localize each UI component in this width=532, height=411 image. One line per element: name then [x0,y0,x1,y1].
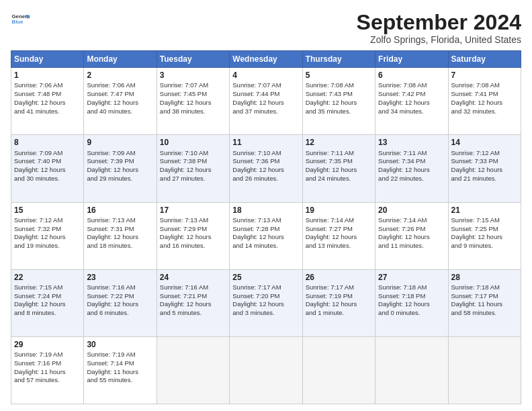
day-info: Sunrise: 7:13 AM [232,216,299,225]
day-info: Sunset: 7:22 PM [87,292,153,301]
day-number: 13 [378,137,445,148]
day-info: Daylight: 12 hours [306,166,372,175]
day-info: Daylight: 12 hours [14,300,81,309]
day-info: and 26 minutes. [232,175,299,183]
day-number: 16 [87,205,153,216]
day-info: Daylight: 12 hours [378,233,445,242]
day-info: Sunset: 7:27 PM [306,225,372,234]
day-info: and 21 minutes. [451,175,518,183]
table-row: 6Sunrise: 7:08 AMSunset: 7:42 PMDaylight… [375,68,448,135]
day-info: Daylight: 12 hours [87,233,153,242]
day-number: 29 [14,339,81,350]
table-row: 12Sunrise: 7:11 AMSunset: 7:35 PMDayligh… [302,135,375,202]
day-info: Sunset: 7:47 PM [87,90,153,99]
day-info: Daylight: 12 hours [378,166,445,175]
table-row: 15Sunrise: 7:12 AMSunset: 7:32 PMDayligh… [11,202,84,269]
day-info: Sunrise: 7:06 AM [14,81,81,90]
day-number: 7 [451,70,518,81]
header-monday: Monday [84,51,157,68]
table-row: 16Sunrise: 7:13 AMSunset: 7:31 PMDayligh… [84,202,157,269]
table-row: 27Sunrise: 7:18 AMSunset: 7:18 PMDayligh… [375,269,448,336]
day-info: and 16 minutes. [160,242,226,250]
day-info: Daylight: 12 hours [451,166,518,175]
day-info: Sunset: 7:16 PM [14,359,81,368]
day-info: Sunrise: 7:12 AM [14,216,81,225]
table-row: 20Sunrise: 7:14 AMSunset: 7:26 PMDayligh… [375,202,448,269]
day-number: 22 [14,272,81,283]
day-info: and 8 minutes. [14,309,81,318]
svg-text:Blue: Blue [12,19,24,25]
day-info: Sunset: 7:24 PM [14,292,81,301]
day-info: Daylight: 12 hours [306,300,372,309]
day-info: and 5 minutes. [160,309,226,318]
day-info: Sunset: 7:41 PM [451,90,518,99]
day-info: Sunset: 7:26 PM [378,225,445,234]
day-info: and 37 minutes. [232,107,299,116]
day-number: 9 [87,137,153,148]
day-info: and 11 minutes. [378,242,445,250]
day-info: Daylight: 12 hours [87,300,153,309]
day-info: Sunset: 7:44 PM [232,90,299,99]
day-info: Daylight: 12 hours [451,233,518,242]
day-info: Sunrise: 7:08 AM [451,81,518,90]
day-info: Sunrise: 7:12 AM [451,149,518,158]
day-info: Sunrise: 7:09 AM [14,149,81,158]
day-info: Sunrise: 7:10 AM [232,149,299,158]
day-info: Sunset: 7:32 PM [14,225,81,234]
day-info: Sunset: 7:39 PM [87,157,153,166]
day-info: and 55 minutes. [87,376,153,385]
header-friday: Friday [375,51,448,68]
day-info: Daylight: 12 hours [232,166,299,175]
day-info: Sunset: 7:31 PM [87,225,153,234]
location: Zolfo Springs, Florida, United States [357,34,521,45]
day-info: Daylight: 12 hours [14,233,81,242]
day-info: Sunset: 7:14 PM [87,359,153,368]
day-info: and 32 minutes. [451,107,518,116]
table-row: 9Sunrise: 7:09 AMSunset: 7:39 PMDaylight… [84,135,157,202]
day-info: Sunrise: 7:11 AM [378,149,445,158]
day-info: Daylight: 12 hours [14,99,81,107]
day-info: Daylight: 12 hours [160,99,226,107]
header-sunday: Sunday [11,51,84,68]
day-info: Sunset: 7:34 PM [378,157,445,166]
header-saturday: Saturday [448,51,521,68]
day-info: Daylight: 12 hours [306,233,372,242]
table-row: 24Sunrise: 7:16 AMSunset: 7:21 PMDayligh… [157,269,229,336]
table-row: 10Sunrise: 7:10 AMSunset: 7:38 PMDayligh… [157,135,229,202]
table-row: 25Sunrise: 7:17 AMSunset: 7:20 PMDayligh… [230,269,302,336]
day-info: Sunrise: 7:16 AM [160,283,226,292]
table-row: 11Sunrise: 7:10 AMSunset: 7:36 PMDayligh… [230,135,302,202]
day-info: and 29 minutes. [87,175,153,183]
table-row: 19Sunrise: 7:14 AMSunset: 7:27 PMDayligh… [302,202,375,269]
table-row [157,336,229,404]
day-number: 26 [306,272,372,283]
day-info: Sunrise: 7:15 AM [451,216,518,225]
day-info: Sunrise: 7:07 AM [160,81,226,90]
day-info: Sunset: 7:21 PM [160,292,226,301]
table-row: 30Sunrise: 7:19 AMSunset: 7:14 PMDayligh… [84,336,157,404]
day-info: Sunset: 7:43 PM [306,90,372,99]
day-info: Daylight: 12 hours [160,300,226,309]
day-info: and 18 minutes. [87,242,153,250]
day-info: Sunrise: 7:19 AM [14,351,81,359]
day-info: Daylight: 12 hours [378,300,445,309]
day-info: Daylight: 11 hours [87,368,153,377]
table-row [230,336,302,404]
page: General Blue September 2024 Zolfo Spring… [0,0,532,411]
day-info: Sunrise: 7:10 AM [160,149,226,158]
day-info: Sunset: 7:28 PM [232,225,299,234]
day-number: 3 [160,70,226,81]
calendar-header-row: Sunday Monday Tuesday Wednesday Thursday… [11,51,521,68]
day-info: Sunrise: 7:17 AM [232,283,299,292]
day-number: 5 [306,70,372,81]
table-row: 4Sunrise: 7:07 AMSunset: 7:44 PMDaylight… [230,68,302,135]
day-info: Sunrise: 7:08 AM [306,81,372,90]
header-wednesday: Wednesday [230,51,302,68]
day-info: Daylight: 12 hours [451,99,518,107]
table-row: 14Sunrise: 7:12 AMSunset: 7:33 PMDayligh… [448,135,521,202]
day-info: Daylight: 12 hours [232,99,299,107]
table-row: 29Sunrise: 7:19 AMSunset: 7:16 PMDayligh… [11,336,84,404]
day-number: 18 [232,205,299,216]
logo-icon: General Blue [11,11,30,30]
day-info: and 13 minutes. [306,242,372,250]
